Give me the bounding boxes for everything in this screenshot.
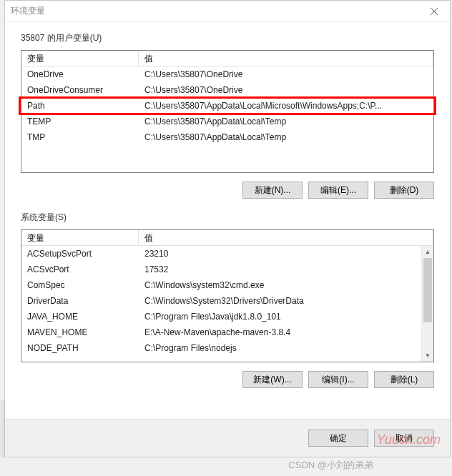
table-row[interactable]: TEMPC:\Users\35807\AppData\Local\Temp	[21, 114, 433, 129]
close-button[interactable]	[418, 1, 450, 22]
new-user-var-button[interactable]: 新建(N)...	[242, 182, 303, 199]
cell-var: MAVEN_HOME	[21, 327, 139, 337]
scroll-up-icon[interactable]: ▲	[422, 246, 433, 258]
cell-var: TMP	[21, 132, 139, 142]
cell-val: C:\Windows\system32\cmd.exe	[139, 280, 433, 290]
cell-var: OneDriveConsumer	[21, 85, 139, 95]
table-row[interactable]: TMPC:\Users\35807\AppData\Local\Temp	[21, 129, 433, 145]
cell-val: C:\Windows\System32\Drivers\DriverData	[139, 296, 433, 306]
cell-val: C:\Users\35807\OneDrive	[139, 69, 433, 79]
sys-list-body: ACSetupSvcPort23210 ACSvcPort17532 ComSp…	[21, 246, 433, 362]
system-vars-label: 系统变量(S)	[21, 212, 434, 224]
delete-sys-var-button[interactable]: 删除(L)	[374, 371, 434, 388]
table-row[interactable]: ComSpecC:\Windows\system32\cmd.exe	[21, 277, 433, 293]
cell-var: JAVA_HOME	[21, 312, 139, 322]
dialog-title: 环境变量	[11, 5, 45, 17]
cell-val: C:\Users\35807\AppData\Local\Temp	[139, 116, 433, 127]
cell-var: Path	[21, 101, 139, 111]
cell-val: C:\Program Files\Java\jdk1.8.0_101	[139, 312, 433, 322]
system-buttons: 新建(W)... 编辑(I)... 删除(L)	[21, 371, 434, 388]
scroll-down-icon[interactable]: ▼	[422, 349, 433, 362]
col-header-val[interactable]: 值	[139, 51, 433, 66]
watermark-csdn: CSDN @小刘的弟弟	[288, 459, 373, 472]
user-list-body: OneDriveC:\Users\35807\OneDrive OneDrive…	[21, 66, 433, 172]
sys-list-header: 变量 值	[21, 230, 433, 246]
col-header-var[interactable]: 变量	[21, 230, 139, 245]
cell-var: ACSetupSvcPort	[21, 249, 139, 259]
delete-user-var-button[interactable]: 删除(D)	[374, 182, 434, 199]
user-buttons: 新建(N)... 编辑(E)... 删除(D)	[21, 182, 434, 199]
cell-var: ACSvcPort	[21, 264, 139, 274]
dialog-footer: 确定 取消	[5, 419, 450, 457]
cell-val: C:\Users\35807\AppData\Local\Temp	[139, 132, 433, 142]
table-row[interactable]: JAVA_HOMEC:\Program Files\Java\jdk1.8.0_…	[21, 309, 433, 324]
system-vars-list[interactable]: 变量 值 ACSetupSvcPort23210 ACSvcPort17532 …	[21, 229, 434, 362]
user-vars-label: 35807 的用户变量(U)	[21, 32, 434, 44]
col-header-var[interactable]: 变量	[21, 51, 139, 66]
scroll-track[interactable]	[422, 258, 433, 349]
cell-val: 17532	[139, 264, 433, 274]
env-vars-dialog: 环境变量 35807 的用户变量(U) 变量 值 OneDriveC:\User…	[4, 0, 451, 457]
edit-user-var-button[interactable]: 编辑(E)...	[308, 182, 368, 199]
table-row[interactable]: ACSetupSvcPort23210	[21, 246, 433, 262]
cell-var: ComSpec	[21, 280, 139, 290]
cell-val: C:\Program Files\nodejs	[139, 343, 433, 353]
new-sys-var-button[interactable]: 新建(W)...	[242, 371, 303, 388]
user-vars-list[interactable]: 变量 值 OneDriveC:\Users\35807\OneDrive One…	[21, 50, 434, 173]
scroll-thumb[interactable]	[423, 258, 432, 322]
table-row[interactable]: MAVEN_HOMEE:\A-New-Maven\apache-maven-3.…	[21, 324, 433, 340]
table-row[interactable]: ACSvcPort17532	[21, 262, 433, 277]
table-row[interactable]: OneDriveConsumerC:\Users\35807\OneDrive	[21, 82, 433, 98]
cell-val: C:\Users\35807\AppData\Local\Microsoft\W…	[139, 101, 433, 111]
cell-var: TEMP	[21, 116, 139, 127]
cell-var: DriverData	[21, 296, 139, 306]
cell-var: OneDrive	[21, 69, 139, 79]
close-icon	[431, 8, 438, 15]
cell-var: NODE_PATH	[21, 343, 139, 353]
edit-sys-var-button[interactable]: 编辑(I)...	[308, 371, 368, 388]
cell-val: E:\A-New-Maven\apache-maven-3.8.4	[139, 327, 433, 337]
cancel-button[interactable]: 取消	[374, 430, 434, 447]
col-header-val[interactable]: 值	[139, 230, 433, 245]
sys-scrollbar[interactable]: ▲ ▼	[421, 246, 433, 362]
user-list-header: 变量 值	[21, 51, 433, 66]
table-row[interactable]: PathC:\Users\35807\AppData\Local\Microso…	[21, 98, 433, 114]
table-row[interactable]: NODE_PATHC:\Program Files\nodejs	[21, 340, 433, 356]
table-row[interactable]: DriverDataC:\Windows\System32\Drivers\Dr…	[21, 293, 433, 309]
dialog-content: 35807 的用户变量(U) 变量 值 OneDriveC:\Users\358…	[5, 22, 450, 419]
cell-val: C:\Users\35807\OneDrive	[139, 85, 433, 95]
ok-button[interactable]: 确定	[308, 430, 368, 447]
table-row[interactable]: OneDriveC:\Users\35807\OneDrive	[21, 66, 433, 82]
cell-val: 23210	[139, 249, 433, 259]
titlebar: 环境变量	[5, 1, 450, 22]
